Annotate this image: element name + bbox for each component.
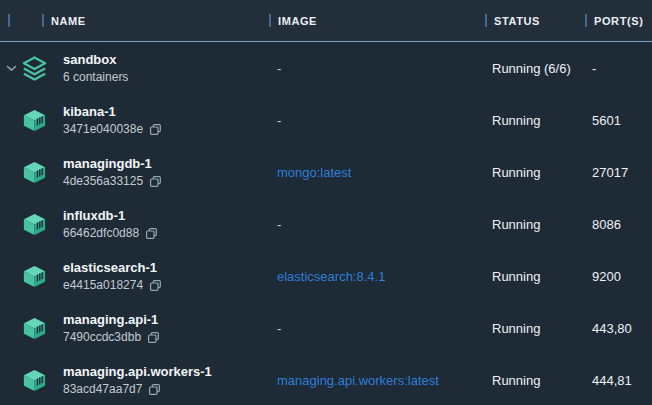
ports-cell: 444,81 — [585, 373, 652, 388]
layers-icon — [21, 55, 48, 82]
table-header: NAME IMAGE STATUS PORT(S) — [0, 0, 652, 42]
status-cell: Running — [485, 113, 585, 128]
table-row[interactable]: managingdb-1 4de356a33125 mongo:latest R… — [0, 146, 652, 198]
name-text: influxdb-1 66462dfc0d88 — [63, 206, 158, 242]
name-text: managing.api.workers-1 83acd47aa7d7 — [63, 362, 212, 398]
row-name: sandbox — [63, 50, 128, 69]
name-cell: managingdb-1 4de356a33125 — [0, 154, 269, 190]
status-cell: Running — [485, 373, 585, 388]
image-cell: - — [269, 113, 485, 128]
row-subtitle-line: 4de356a33125 — [63, 173, 162, 190]
image-link[interactable]: managing.api.workers:latest — [269, 373, 485, 388]
copy-icon[interactable] — [149, 279, 162, 292]
column-divider — [42, 14, 44, 27]
table-row[interactable]: influxdb-1 66462dfc0d88 - Running 8086 — [0, 198, 652, 250]
copy-icon[interactable] — [147, 331, 160, 344]
row-subtitle: 6 containers — [63, 69, 128, 86]
row-subtitle-line: 83acd47aa7d7 — [63, 381, 212, 398]
container-icon — [21, 367, 48, 394]
name-cell: kibana-1 3471e040038e — [0, 102, 269, 138]
row-subtitle-line: 66462dfc0d88 — [63, 225, 158, 242]
copy-icon[interactable] — [149, 123, 162, 136]
row-subtitle: 7490ccdc3dbb — [63, 329, 141, 346]
name-text: managing.api-1 7490ccdc3dbb — [63, 310, 160, 346]
image-link[interactable]: mongo:latest — [269, 165, 485, 180]
image-cell: - — [269, 217, 485, 232]
table-body: sandbox 6 containers - Running (6/6) - k… — [0, 42, 652, 405]
name-text: elasticsearch-1 e4415a018274 — [63, 258, 162, 294]
container-icon — [21, 211, 48, 238]
row-name: managingdb-1 — [63, 154, 162, 173]
column-divider — [8, 14, 10, 27]
copy-icon[interactable] — [148, 383, 161, 396]
name-cell: influxdb-1 66462dfc0d88 — [0, 206, 269, 242]
name-cell: managing.api-1 7490ccdc3dbb — [0, 310, 269, 346]
column-label: IMAGE — [278, 15, 317, 27]
container-icon — [21, 263, 48, 290]
row-subtitle-line: 7490ccdc3dbb — [63, 329, 160, 346]
table-row[interactable]: managing.api.workers-1 83acd47aa7d7 mana… — [0, 354, 652, 405]
ports-cell: 5601 — [585, 113, 652, 128]
column-divider — [485, 14, 487, 27]
chevron-down-icon[interactable] — [5, 65, 18, 72]
column-header-image: IMAGE — [269, 14, 485, 27]
status-cell: Running (6/6) — [485, 61, 585, 76]
copy-icon[interactable] — [149, 175, 162, 188]
container-icon — [21, 159, 48, 186]
column-label: NAME — [51, 15, 86, 27]
containers-table: NAME IMAGE STATUS PORT(S) sandbox 6 cont… — [0, 0, 652, 405]
copy-icon[interactable] — [145, 227, 158, 240]
name-text: sandbox 6 containers — [63, 50, 128, 86]
row-subtitle-line: 3471e040038e — [63, 121, 162, 138]
row-subtitle: 66462dfc0d88 — [63, 225, 139, 242]
name-cell: sandbox 6 containers — [0, 50, 269, 86]
row-subtitle-line: 6 containers — [63, 69, 128, 86]
column-header-status: STATUS — [485, 14, 585, 27]
row-name: managing.api.workers-1 — [63, 362, 212, 381]
table-row[interactable]: elasticsearch-1 e4415a018274 elasticsear… — [0, 250, 652, 302]
ports-cell: 443,80 — [585, 321, 652, 336]
row-subtitle: 4de356a33125 — [63, 173, 143, 190]
status-cell: Running — [485, 321, 585, 336]
status-cell: Running — [485, 269, 585, 284]
row-subtitle-line: e4415a018274 — [63, 277, 162, 294]
row-subtitle: e4415a018274 — [63, 277, 143, 294]
container-icon — [21, 315, 48, 342]
ports-cell: - — [585, 61, 652, 76]
column-label: PORT(S) — [594, 15, 643, 27]
ports-cell: 8086 — [585, 217, 652, 232]
ports-cell: 9200 — [585, 269, 652, 284]
column-divider — [269, 14, 271, 27]
image-cell: - — [269, 321, 485, 336]
header-expander-column — [0, 14, 42, 27]
status-cell: Running — [485, 165, 585, 180]
table-row[interactable]: kibana-1 3471e040038e - Running 5601 — [0, 94, 652, 146]
row-name: managing.api-1 — [63, 310, 160, 329]
row-name: influxdb-1 — [63, 206, 158, 225]
row-subtitle: 3471e040038e — [63, 121, 143, 138]
name-text: managingdb-1 4de356a33125 — [63, 154, 162, 190]
row-subtitle: 83acd47aa7d7 — [63, 381, 142, 398]
name-cell: elasticsearch-1 e4415a018274 — [0, 258, 269, 294]
column-divider — [585, 14, 587, 27]
ports-cell: 27017 — [585, 165, 652, 180]
image-link[interactable]: elasticsearch:8.4.1 — [269, 269, 485, 284]
column-header-name: NAME — [42, 14, 269, 27]
name-cell: managing.api.workers-1 83acd47aa7d7 — [0, 362, 269, 398]
row-name: kibana-1 — [63, 102, 162, 121]
row-name: elasticsearch-1 — [63, 258, 162, 277]
table-row[interactable]: managing.api-1 7490ccdc3dbb - Running 44… — [0, 302, 652, 354]
name-text: kibana-1 3471e040038e — [63, 102, 162, 138]
column-header-ports: PORT(S) — [585, 14, 652, 27]
image-cell: - — [269, 61, 485, 76]
container-icon — [21, 107, 48, 134]
column-label: STATUS — [494, 15, 540, 27]
table-row[interactable]: sandbox 6 containers - Running (6/6) - — [0, 42, 652, 94]
status-cell: Running — [485, 217, 585, 232]
